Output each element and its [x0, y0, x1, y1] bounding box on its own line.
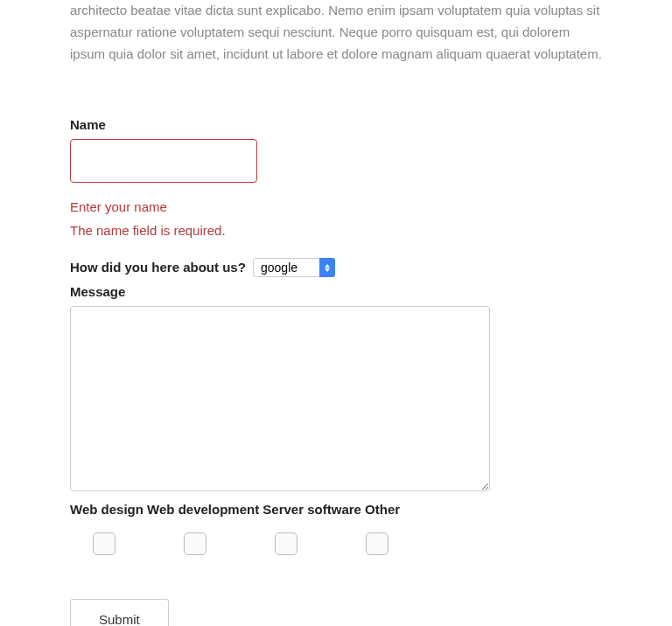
- message-label: Message: [70, 284, 602, 299]
- checkbox-other[interactable]: [366, 532, 388, 555]
- name-error-hint: Enter your name: [70, 195, 602, 219]
- source-select[interactable]: google: [253, 258, 335, 277]
- checkbox-web-development[interactable]: [184, 532, 206, 555]
- checkbox-group-label: Web design Web development Server softwa…: [70, 502, 602, 517]
- checkbox-web-design[interactable]: [93, 532, 116, 555]
- submit-button[interactable]: Submit: [70, 599, 169, 626]
- name-input[interactable]: [70, 139, 257, 183]
- checkbox-server-software[interactable]: [275, 532, 298, 555]
- name-label: Name: [70, 117, 602, 132]
- message-textarea[interactable]: [70, 306, 490, 491]
- intro-paragraph: architecto beatae vitae dicta sunt expli…: [70, 0, 602, 65]
- source-label: How did you here about us?: [70, 260, 246, 275]
- name-error-required: The name field is required.: [70, 219, 602, 242]
